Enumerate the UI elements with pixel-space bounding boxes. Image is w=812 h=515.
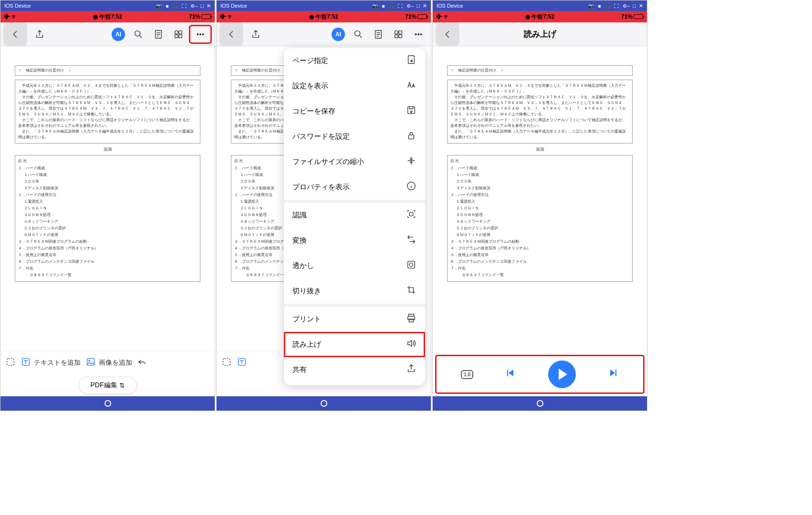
pdf-edit-button[interactable]: PDF編集 ⇅ xyxy=(79,377,137,394)
document-view[interactable]: ＜ 補足説明書の位置付け ＞ 平成元年１２月に、ＳＴＲＥＡＭ Ｖ２．４までを対象… xyxy=(433,46,647,355)
menu-item-print[interactable]: プリント xyxy=(284,307,425,332)
camera-icon[interactable]: 📷 xyxy=(372,3,378,9)
toc-item: ３ＤＯＷＮ処理 xyxy=(450,212,629,218)
toc-item: ２ＬＯＧＩＮ xyxy=(450,205,629,212)
svg-rect-2 xyxy=(175,31,178,33)
video-icon[interactable]: ■ xyxy=(598,3,601,9)
svg-point-0 xyxy=(135,31,140,36)
select-icon[interactable] xyxy=(5,357,16,369)
menu-item-crop[interactable]: 切り抜き xyxy=(284,278,425,304)
headphone-icon[interactable]: 🎧 xyxy=(172,3,178,9)
gear-icon[interactable]: ⚙ xyxy=(190,3,195,9)
next-button[interactable] xyxy=(607,367,619,381)
menu-item-convert[interactable]: 変換 xyxy=(284,228,425,253)
gear-icon[interactable]: ⚙ xyxy=(623,3,627,9)
undo-button[interactable] xyxy=(137,357,147,369)
toc-item: ４ネットワーキング xyxy=(18,218,197,225)
headphone-icon[interactable]: 🎧 xyxy=(604,3,610,9)
ai-button[interactable]: AI xyxy=(329,25,348,44)
speaker-icon xyxy=(406,338,416,351)
headphone-icon[interactable]: 🎧 xyxy=(388,3,394,9)
speed-button[interactable]: 1.0 xyxy=(461,370,473,379)
menu-item-share[interactable]: 共有 xyxy=(284,357,425,382)
toc-item: ＧＲＡ３７コマンド一覧 xyxy=(450,272,629,278)
menu-item-goto[interactable]: ページ指定 xyxy=(284,48,425,73)
prev-button[interactable] xyxy=(505,367,516,381)
home-button[interactable] xyxy=(321,400,327,407)
svg-point-21 xyxy=(420,33,422,35)
add-text-button[interactable] xyxy=(237,357,247,369)
ai-button[interactable]: AI xyxy=(109,25,128,44)
textsize-icon xyxy=(406,80,416,93)
menu-label: 透かし xyxy=(292,261,406,270)
ios-status-bar: ✈ ᯤ ◉ 午前7:52 71% xyxy=(217,11,431,22)
add-text-label: テキストを追加 xyxy=(34,359,81,367)
close-button[interactable]: ✕ xyxy=(423,3,427,9)
window-titlebar: IOS Device 📷 ■ 🎧 ⛶ ⚙ – □ ✕ xyxy=(0,0,215,11)
share-button[interactable] xyxy=(246,25,265,44)
document-view[interactable]: ＜ 補足説明書の位置付け ＞ 平成元年１２月に、ＳＴＲＥＡＭ Ｖ２．４までを対象… xyxy=(0,46,215,350)
menu-item-textsize[interactable]: 設定を表示 xyxy=(284,73,425,99)
window-titlebar: IOS Device 📷 ■ 🎧 ⛶ ⚙ – □ ✕ xyxy=(217,0,431,11)
toc-item: ６．プログラムのメンテナンス関連ファイル xyxy=(18,258,197,265)
menu-item-info[interactable]: プロパティを表示 xyxy=(284,175,425,200)
minimize-button[interactable]: – xyxy=(195,3,198,9)
menu-item-save[interactable]: コピーを保存 xyxy=(284,99,425,124)
video-icon[interactable]: ■ xyxy=(382,3,385,9)
menu-item-compress[interactable]: ファイルサイズの縮小 xyxy=(284,149,425,175)
add-text-button[interactable]: テキストを追加 xyxy=(21,357,81,369)
menu-item-speaker[interactable]: 読み上げ xyxy=(284,332,425,357)
gear-icon[interactable]: ⚙ xyxy=(406,3,411,9)
svg-point-6 xyxy=(197,33,198,35)
page-button[interactable] xyxy=(149,25,168,44)
status-time: ◉ 午前7:52 xyxy=(33,13,182,21)
expand-icon[interactable]: ⛶ xyxy=(614,3,619,9)
camera-icon[interactable]: 📷 xyxy=(156,3,162,9)
menu-item-lock[interactable]: パスワードを設定 xyxy=(284,124,425,149)
status-time: ◉ 午前7:52 xyxy=(465,13,614,21)
more-button[interactable] xyxy=(189,25,212,44)
home-button[interactable] xyxy=(104,400,111,407)
share-icon xyxy=(406,363,416,376)
home-button[interactable] xyxy=(537,400,543,407)
back-button[interactable] xyxy=(436,22,459,46)
toc-item: ４．プログラムの改造箇所（戸田オリジナル） xyxy=(450,245,629,252)
page-button[interactable] xyxy=(369,25,388,44)
search-button[interactable] xyxy=(349,25,368,44)
screen-3: IOS Device 📷 ■ 🎧 ⛶ ⚙ – □ ✕ ✈ ᯤ ◉ 午前7:52 … xyxy=(432,0,647,411)
grid-button[interactable] xyxy=(169,25,188,44)
search-button[interactable] xyxy=(129,25,148,44)
maximize-button[interactable]: □ xyxy=(416,3,420,9)
status-left: ✈ ᯤ xyxy=(4,13,33,20)
back-button[interactable] xyxy=(3,22,27,46)
back-button[interactable] xyxy=(219,22,243,46)
play-button[interactable] xyxy=(548,360,576,388)
svg-rect-31 xyxy=(409,314,414,317)
video-icon[interactable]: ■ xyxy=(166,3,168,9)
status-left: ✈ ᯤ xyxy=(220,13,249,20)
select-icon[interactable] xyxy=(221,357,232,369)
maximize-button[interactable]: □ xyxy=(633,3,636,9)
pdf-edit-bar: PDF編集 ⇅ xyxy=(0,374,215,396)
maximize-button[interactable]: □ xyxy=(200,3,204,9)
toc-item: ７．付表 xyxy=(18,265,197,272)
more-button[interactable] xyxy=(409,25,428,44)
close-button[interactable]: ✕ xyxy=(207,3,211,9)
add-image-button[interactable]: 画像を追加 xyxy=(85,357,132,369)
minimize-button[interactable]: – xyxy=(411,3,414,9)
svg-rect-28 xyxy=(409,212,413,216)
grid-button[interactable] xyxy=(389,25,408,44)
toc-item: ２ＯＳ等 xyxy=(18,178,197,185)
toc-item: ５２台のプリンタの選択 xyxy=(18,225,197,232)
minimize-button[interactable]: – xyxy=(627,3,630,9)
menu-item-watermark[interactable]: 透かし xyxy=(284,253,425,278)
close-button[interactable]: ✕ xyxy=(639,3,643,9)
menu-item-ocr[interactable]: 認識 xyxy=(284,203,425,228)
camera-icon[interactable]: 📷 xyxy=(588,3,594,9)
share-button[interactable] xyxy=(30,25,49,44)
expand-icon[interactable]: ⛶ xyxy=(398,3,403,9)
toc-item: ７．付表 xyxy=(450,265,629,272)
expand-icon[interactable]: ⛶ xyxy=(182,3,187,9)
convert-icon xyxy=(406,234,416,247)
reader-titlebar: 読み上げ xyxy=(433,22,647,46)
